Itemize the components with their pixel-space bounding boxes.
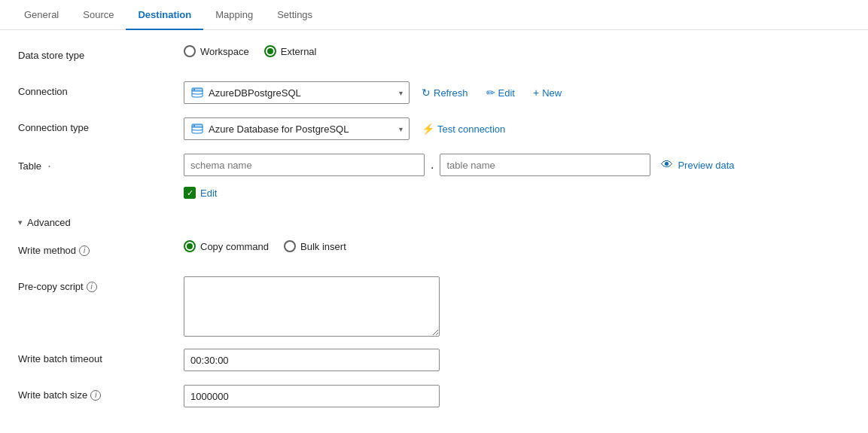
write-batch-timeout-label: Write batch timeout (18, 349, 184, 364)
table-dot: · (44, 158, 51, 174)
data-store-type-label: Data store type (18, 45, 184, 61)
table-label: Table · (18, 154, 184, 174)
svg-rect-2 (193, 89, 195, 90)
data-store-radio-group: Workspace External (184, 45, 317, 57)
workspace-radio-label: Workspace (200, 46, 249, 57)
pre-copy-script-textarea[interactable] (184, 276, 440, 337)
external-radio-circle[interactable] (264, 45, 276, 57)
preview-data-label: Preview data (678, 160, 734, 171)
connection-type-row: Connection type Azure Database for Postg… (18, 117, 850, 142)
connection-type-db-icon (190, 122, 204, 136)
connection-value: AzureDBPostgreSQL (209, 87, 393, 99)
connection-type-dropdown[interactable]: Azure Database for PostgreSQL ▾ (184, 117, 410, 140)
edit-checkbox-label: Edit (200, 188, 217, 199)
connection-control: AzureDBPostgreSQL ▾ ↻ Refresh ✏ Edit + N… (184, 81, 850, 104)
test-icon: ⚡ (422, 123, 434, 135)
preview-icon: 👁 (661, 158, 673, 172)
table-name-input[interactable] (440, 154, 650, 176)
dot-separator: . (429, 158, 435, 172)
connection-type-value: Azure Database for PostgreSQL (209, 123, 393, 135)
pre-copy-script-info-icon[interactable]: i (87, 282, 97, 292)
pre-copy-script-row: Pre-copy script i (18, 276, 850, 337)
new-connection-button[interactable]: + New (527, 84, 568, 102)
write-batch-size-control (184, 385, 850, 407)
bulk-insert-radio-option[interactable]: Bulk insert (284, 240, 346, 252)
refresh-icon: ↻ (422, 87, 431, 99)
connection-label: Connection (18, 81, 184, 97)
test-connection-button[interactable]: ⚡ Test connection (416, 120, 511, 138)
edit-icon: ✏ (486, 87, 495, 99)
bulk-insert-radio-circle[interactable] (284, 240, 296, 252)
tab-general[interactable]: General (12, 0, 71, 29)
edit-connection-label: Edit (498, 87, 515, 99)
bulk-insert-label: Bulk insert (300, 241, 346, 252)
connection-db-icon (190, 86, 204, 99)
write-method-row: Write method i Copy command Bulk insert (18, 240, 850, 264)
edit-checkbox-row: ✓ Edit (184, 187, 217, 199)
tab-mapping[interactable]: Mapping (203, 0, 265, 29)
connection-type-chevron-icon: ▾ (399, 125, 403, 133)
svg-rect-5 (193, 125, 195, 127)
write-batch-timeout-input[interactable] (184, 349, 440, 371)
table-control: . 👁 Preview data ✓ Edit (184, 154, 850, 199)
external-radio-label: External (281, 46, 317, 57)
write-method-info-icon[interactable]: i (79, 245, 90, 256)
edit-connection-button[interactable]: ✏ Edit (480, 84, 521, 102)
advanced-chevron-icon: ▾ (18, 218, 23, 227)
write-method-label: Write method i (18, 240, 184, 256)
write-batch-timeout-row: Write batch timeout (18, 349, 850, 373)
write-batch-size-row: Write batch size i (18, 385, 850, 409)
refresh-label: Refresh (434, 87, 468, 99)
connection-type-label: Connection type (18, 117, 184, 133)
data-store-type-row: Data store type Workspace External (18, 45, 850, 69)
write-batch-timeout-control (184, 349, 850, 371)
schema-name-input[interactable] (184, 154, 425, 176)
copy-command-label: Copy command (200, 241, 269, 252)
preview-data-button[interactable]: 👁 Preview data (655, 155, 740, 175)
plus-icon: + (533, 87, 539, 99)
tab-bar: General Source Destination Mapping Setti… (0, 0, 868, 30)
tab-settings[interactable]: Settings (265, 0, 324, 29)
connection-type-control: Azure Database for PostgreSQL ▾ ⚡ Test c… (184, 117, 850, 140)
advanced-section-header[interactable]: ▾ Advanced (18, 211, 850, 234)
copy-command-radio-circle[interactable] (184, 240, 196, 252)
write-batch-size-label: Write batch size i (18, 385, 184, 401)
external-radio-option[interactable]: External (264, 45, 317, 57)
test-connection-label: Test connection (437, 123, 505, 135)
write-method-radio-group: Copy command Bulk insert (184, 240, 346, 252)
tab-source[interactable]: Source (71, 0, 126, 29)
write-method-control: Copy command Bulk insert (184, 240, 850, 252)
connection-dropdown[interactable]: AzureDBPostgreSQL ▾ (184, 81, 410, 104)
data-store-type-control: Workspace External (184, 45, 850, 57)
advanced-label: Advanced (27, 217, 71, 228)
tab-destination[interactable]: Destination (126, 0, 203, 29)
table-input-row: . 👁 Preview data (184, 154, 741, 176)
edit-checkbox[interactable]: ✓ (184, 187, 196, 199)
table-row: Table · . 👁 Preview data ✓ Edit (18, 154, 850, 199)
checkmark-icon: ✓ (187, 189, 193, 197)
connection-row: Connection AzureDBPostgreSQL ▾ ↻ (18, 81, 850, 105)
write-batch-size-input[interactable] (184, 385, 440, 407)
refresh-button[interactable]: ↻ Refresh (416, 84, 474, 102)
new-connection-label: New (542, 87, 562, 99)
pre-copy-script-control (184, 276, 850, 337)
workspace-radio-option[interactable]: Workspace (184, 45, 249, 57)
write-batch-size-info-icon[interactable]: i (90, 390, 101, 401)
destination-panel: Data store type Workspace External Conne… (0, 30, 868, 433)
copy-command-radio-option[interactable]: Copy command (184, 240, 269, 252)
pre-copy-script-label: Pre-copy script i (18, 276, 184, 292)
connection-chevron-icon: ▾ (399, 89, 403, 97)
workspace-radio-circle[interactable] (184, 45, 196, 57)
